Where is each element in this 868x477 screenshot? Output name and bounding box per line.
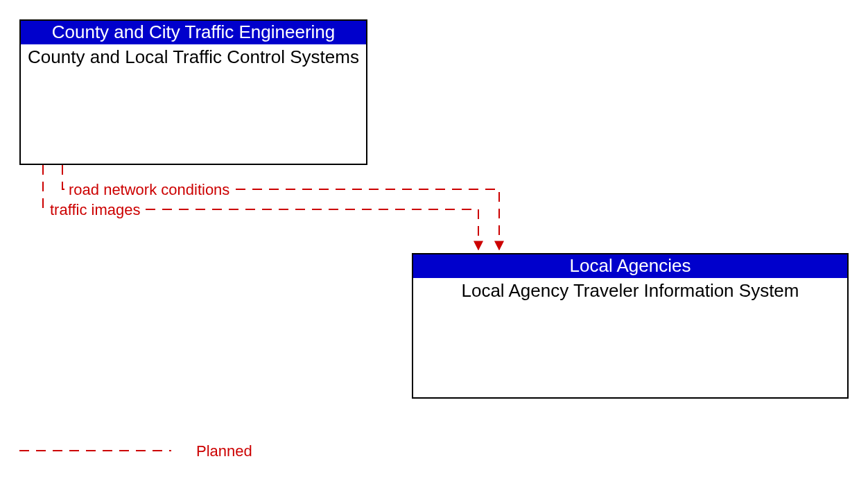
flow-road-network-conditions-label: road network conditions: [69, 181, 229, 199]
node-county-traffic-body: County and Local Traffic Control Systems: [21, 44, 366, 68]
node-county-traffic-header: County and City Traffic Engineering: [21, 21, 366, 44]
legend-planned-label: Planned: [196, 442, 252, 460]
node-local-agencies-body: Local Agency Traveler Information System: [413, 278, 847, 302]
node-county-traffic: County and City Traffic Engineering Coun…: [19, 19, 367, 165]
node-local-agencies: Local Agencies Local Agency Traveler Inf…: [412, 253, 849, 399]
node-local-agencies-header: Local Agencies: [413, 254, 847, 278]
flow-traffic-images-label: traffic images: [50, 201, 140, 219]
